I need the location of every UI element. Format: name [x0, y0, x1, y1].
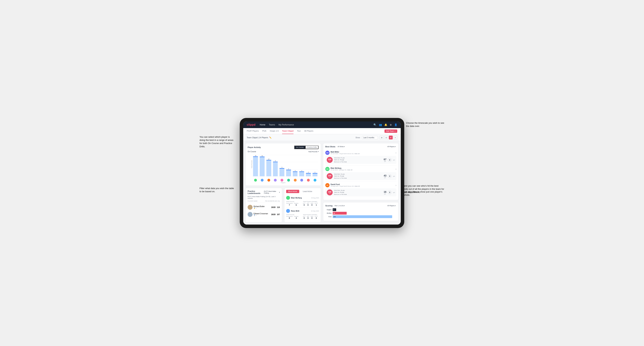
- tab-tour[interactable]: Tour: [297, 128, 301, 134]
- player-avatars: [252, 179, 318, 181]
- player-rank-edward: 🥈 2: [254, 215, 268, 216]
- show-label: Show:: [356, 137, 360, 139]
- all-shots-label: All Shots: [338, 146, 344, 148]
- avatar-icon[interactable]: 👤: [394, 123, 397, 126]
- tournament-col-blair: Tournament 7: [286, 203, 292, 206]
- chevron-right-blair[interactable]: ›: [396, 168, 396, 170]
- chevron-right-matt[interactable]: ›: [396, 151, 396, 154]
- nav-link-performance[interactable]: My Performance: [278, 123, 294, 127]
- rounds-group-rees: Total Rounds Tournament 8 Practice: [286, 214, 302, 219]
- player-activity-rees: Rees Britt 02 Sep 2023 Total Rounds: [286, 208, 319, 220]
- chevron-shots-icon: ▾: [344, 146, 345, 148]
- tab-pga[interactable]: PGA: [262, 128, 266, 134]
- nav-link-home[interactable]: Home: [260, 123, 265, 127]
- arg-col-rees: ARG 0: [310, 216, 313, 219]
- annotation-top-left: You can select which player is doing the…: [200, 135, 234, 148]
- par-filter[interactable]: Par 3, 4 & 5s ▾: [334, 204, 346, 207]
- all-players-filter[interactable]: All Players ▾: [386, 145, 396, 148]
- player-name-blair: Blair McHarg: [291, 197, 302, 199]
- grid-view-icon[interactable]: ⊞: [380, 136, 384, 140]
- edit-icon[interactable]: ✏️: [269, 137, 272, 139]
- search-icon[interactable]: 🔍: [374, 123, 376, 126]
- practice-col-blair: Practice 6: [294, 203, 298, 206]
- card-header: Player Activity On Course Practice Drill…: [248, 145, 319, 149]
- shot-player-info-matt: MM Matt Miller 09 Jun 2023 · Royal North…: [325, 151, 360, 155]
- nav-link-teams[interactable]: Teams: [269, 123, 275, 127]
- gtt-col: GTT 0: [303, 203, 306, 206]
- practice-drills-toggle[interactable]: Practice Drills: [306, 146, 318, 149]
- chevron-right-david[interactable]: ›: [396, 184, 396, 187]
- gtt-col-rees: GTT 0: [303, 216, 306, 219]
- player-name-blair-shot: Blair McHarg: [330, 167, 352, 169]
- people-icon[interactable]: 👥: [379, 123, 382, 126]
- practice-filter[interactable]: PUTT Must Make Putting ... ▾: [264, 190, 280, 194]
- gtt-header: GTT: [303, 203, 306, 204]
- chart-filter-label: Total Rounds: [308, 151, 318, 153]
- chevron-scoring-players-icon: ▾: [395, 205, 396, 206]
- bar-0: 13: [252, 155, 259, 176]
- player-sub-david: 24 Aug 2023 · Royal North Devon GC, Hole…: [330, 185, 360, 187]
- practice-columns: PLAYER NAME PB SCORE PB AVG SQ: [248, 200, 280, 203]
- scoring-title: Scoring: [325, 205, 332, 207]
- team-header: Team Clippd | 14 Players ✏️ Show: Last 3…: [243, 134, 401, 141]
- shot-item-matt: MM Matt Miller 09 Jun 2023 · Royal North…: [325, 149, 396, 166]
- tab-most-active[interactable]: Most Active: [286, 190, 299, 193]
- gtt-v-rees: 0: [303, 217, 306, 219]
- avatar-bar-0: [252, 179, 259, 181]
- app-header: APP: [307, 203, 309, 204]
- practice-header-rees: Practice: [294, 216, 298, 217]
- best-shots-title: Best Shots: [325, 146, 335, 148]
- bell-icon[interactable]: 🔔: [384, 123, 387, 126]
- practice-col-rees: Practice 4: [294, 216, 298, 219]
- scoring-row-pars: Pars 499: [325, 215, 396, 218]
- scoring-header: Scoring Par 3, 4 & 5s ▾: [325, 204, 346, 207]
- all-shots-filter[interactable]: All Shots ▾: [337, 145, 346, 148]
- player-name-matt: Matt Miller: [330, 151, 360, 153]
- rounds-cols-rees: Tournament 8 Practice 4: [286, 216, 302, 219]
- pars-value: 499: [334, 216, 336, 218]
- bar-1: 12: [259, 155, 265, 176]
- bar-3: 9: [272, 155, 278, 176]
- chart-filter[interactable]: Total Rounds ▾: [308, 151, 319, 153]
- scoring-players-label: All Players: [387, 205, 394, 206]
- score-richard: 19/20: [271, 206, 276, 208]
- right-column: Best Shots All Shots ▾ All Players ▾: [323, 143, 399, 222]
- main-content: Player Activity On Course Practice Drill…: [243, 141, 401, 224]
- bar-2: 10: [266, 155, 272, 176]
- bar-8: 2: [306, 155, 312, 176]
- eagles-value: 3: [334, 209, 334, 211]
- on-course-toggle[interactable]: On Course: [294, 146, 306, 149]
- heart-view-icon[interactable]: ♥: [389, 136, 393, 140]
- player-act-header-blair: Blair McHarg 26 Aug 2023: [286, 196, 319, 200]
- putt-col-rees: PUTT 0: [315, 216, 318, 219]
- scoring-players-filter[interactable]: All Players ▾: [386, 204, 396, 207]
- tab-pgat-players[interactable]: PGAT Players: [247, 128, 259, 134]
- shot-score-matt: 200 SG: [327, 157, 333, 163]
- most-active-card: Most Active Least Active Blair McHarg 2: [284, 188, 321, 222]
- chart-subtitle: On Course: [248, 151, 256, 153]
- player-act-header-rees: Rees Britt 02 Sep 2023: [286, 209, 319, 213]
- tab-team-clippd[interactable]: Team Clippd: [282, 128, 294, 134]
- tab-least-active[interactable]: Least Active: [301, 190, 314, 193]
- chevron-down-icon: ▾: [318, 151, 319, 152]
- add-icon[interactable]: ⊕: [390, 123, 392, 126]
- eagles-bar: 3: [333, 208, 336, 211]
- tab-hcaps[interactable]: Hcaps 1-5: [270, 128, 278, 134]
- app-col-rees: APP 0: [307, 216, 309, 219]
- grid2-view-icon[interactable]: ⊟: [384, 136, 388, 140]
- tab-all-players[interactable]: All Players: [304, 128, 314, 134]
- arg-col: ARG 0: [310, 203, 313, 206]
- player-name-david: David Ford: [330, 183, 360, 185]
- shot-stat1-blair: 43 yds: [384, 174, 386, 178]
- time-select[interactable]: Last 3 months Last 6 months Last year: [362, 136, 378, 139]
- nav-icons: 🔍 👥 🔔 ⊕ 👤: [374, 123, 397, 126]
- list-view-icon[interactable]: ≡: [394, 136, 397, 140]
- putt-h-rees: PUTT: [315, 216, 318, 217]
- app-col: APP 0: [307, 203, 309, 206]
- scoring-row-eagles: Eagles 3: [325, 208, 396, 211]
- add-team-button[interactable]: Add Team +: [384, 130, 397, 133]
- y-axis-label: Total Rounds: [251, 160, 252, 169]
- all-players-label: All Players: [387, 146, 394, 148]
- player-name-edward: Edward Crossman: [254, 213, 268, 215]
- pars-label: Pars: [325, 216, 332, 218]
